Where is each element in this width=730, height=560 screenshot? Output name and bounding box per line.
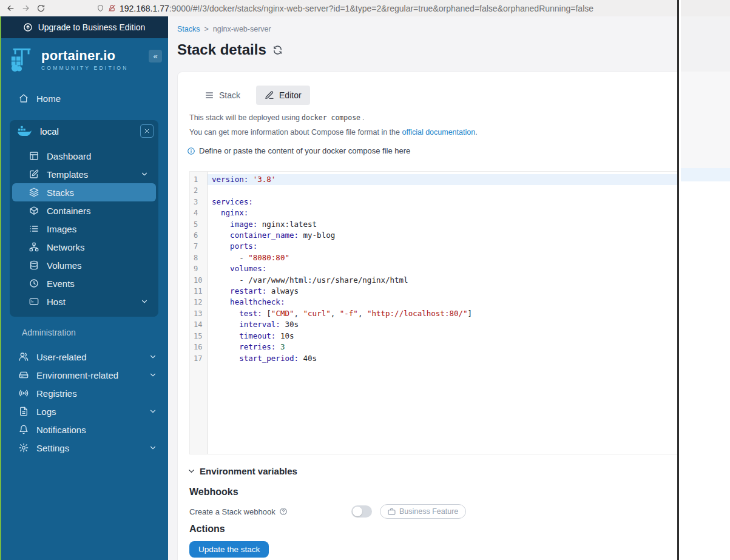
refresh-icon[interactable]	[272, 45, 283, 55]
chevron-down-icon[interactable]	[140, 297, 149, 306]
code-line[interactable]: volumes:	[208, 263, 677, 274]
sidebar-item-containers[interactable]: Containers	[12, 201, 156, 220]
shield-icon[interactable]	[96, 4, 104, 12]
tab-stack[interactable]: Stack	[196, 86, 249, 105]
forward-button[interactable]	[21, 4, 30, 13]
chevron-down-icon	[187, 467, 196, 476]
editor-code[interactable]: version: '3.8' services: nginx: image: n…	[208, 172, 677, 454]
deploy-text: This stack will be deployed usingdocker …	[189, 113, 364, 122]
code-line[interactable]	[208, 185, 677, 196]
chevron-down-icon[interactable]	[149, 371, 157, 379]
sidebar-item-notifications[interactable]: Notifications	[0, 420, 168, 439]
sidebar-item-label: Stacks	[47, 187, 149, 198]
tab-editor[interactable]: Editor	[256, 86, 310, 105]
chevron-down-icon[interactable]	[140, 170, 149, 178]
sidebar-item-logs[interactable]: Logs	[0, 402, 168, 420]
update-stack-button[interactable]: Update the stack	[189, 541, 269, 558]
environment-header[interactable]: local	[10, 120, 158, 142]
chevron-down-icon[interactable]	[149, 444, 157, 452]
official-documentation-link[interactable]: official documentation	[402, 128, 475, 137]
sidebar-item-home[interactable]: Home	[0, 89, 168, 107]
code-line[interactable]: image: nginx:latest	[208, 219, 677, 230]
gear-icon	[19, 443, 29, 453]
code-line[interactable]: retries: 3	[208, 342, 677, 353]
sidebar-item-images[interactable]: Images	[12, 220, 156, 238]
upgrade-banner[interactable]: Upgrade to Business Edition	[0, 16, 168, 38]
sidebar-item-environment-related[interactable]: Environment-related	[0, 366, 168, 384]
sidebar-item-networks[interactable]: Networks	[12, 238, 156, 256]
code-line[interactable]: version: '3.8'	[208, 174, 677, 185]
code-line[interactable]: container_name: my-blog	[208, 230, 677, 241]
briefcase-icon	[388, 508, 396, 516]
environment-variables-toggle[interactable]: Environment variables	[187, 466, 297, 476]
breadcrumb-stacks-link[interactable]: Stacks	[177, 25, 200, 33]
broadcast-icon	[19, 388, 29, 398]
sidebar-item-label: Host	[47, 297, 132, 307]
sidebar-item-label: User-related	[36, 352, 141, 362]
layers-icon	[29, 187, 39, 197]
code-line[interactable]: test: ["CMD", "curl", "-f", "http://loca…	[208, 308, 677, 319]
url-text[interactable]: 192.168.1.77:9000/#!/3/docker/stacks/ngi…	[120, 4, 593, 13]
dashboard-icon	[29, 151, 39, 161]
breadcrumb-separator: >	[204, 25, 209, 33]
code-line[interactable]: - /var/www/html:/usr/share/nginx/html	[208, 275, 677, 286]
page-title: Stack details	[177, 41, 266, 58]
business-feature-badge: Business Feature	[380, 504, 466, 519]
code-line[interactable]: healthcheck:	[208, 297, 677, 308]
editor-hint: Define or paste the content of your dock…	[187, 146, 410, 155]
sidebar-item-user-related[interactable]: User-related	[0, 348, 168, 366]
webhook-toggle[interactable]	[351, 505, 372, 518]
pencil-icon	[265, 90, 274, 100]
database-icon	[29, 260, 39, 270]
sidebar-item-label: Settings	[36, 443, 141, 453]
sidebar-item-host[interactable]: Host	[12, 292, 156, 311]
sidebar-item-volumes[interactable]: Volumes	[12, 256, 156, 274]
reload-button[interactable]	[36, 4, 46, 13]
users-icon	[19, 352, 29, 362]
line-number: 11	[194, 286, 207, 297]
sidebar-item-label: Events	[47, 278, 149, 289]
sidebar-item-label: Images	[47, 224, 149, 234]
sidebar-edge-accent	[0, 16, 1, 560]
code-line[interactable]: interval: 30s	[208, 319, 677, 330]
sidebar-item-label: Volumes	[47, 260, 149, 271]
line-number: 4	[194, 207, 207, 218]
chevron-down-icon[interactable]	[149, 407, 157, 416]
browser-window: 192.168.1.77:9000/#!/3/docker/stacks/ngi…	[0, 0, 679, 560]
compose-code-editor[interactable]: 1234567891011121314151617 version: '3.8'…	[189, 171, 677, 454]
sidebar-item-stacks[interactable]: Stacks	[12, 183, 156, 201]
edit-icon	[29, 169, 39, 179]
sidebar-item-label: Home	[36, 93, 157, 104]
line-number: 5	[194, 219, 207, 230]
address-bar[interactable]: 192.168.1.77:9000/#!/3/docker/stacks/ngi…	[96, 4, 593, 13]
line-number: 1	[194, 174, 207, 185]
background-area	[681, 0, 730, 560]
code-line[interactable]: - "8080:80"	[208, 252, 677, 263]
sidebar-collapse-button[interactable]: «	[149, 50, 162, 62]
sidebar-item-label: Networks	[47, 242, 149, 252]
sidebar-item-registries[interactable]: Registries	[0, 384, 168, 402]
code-line[interactable]: restart: always	[208, 286, 677, 297]
file-text-icon	[19, 407, 29, 416]
sidebar-item-label: Environment-related	[36, 370, 141, 380]
chevron-down-icon[interactable]	[149, 353, 157, 361]
environment-close-button[interactable]	[140, 124, 154, 138]
sidebar-item-templates[interactable]: Templates	[12, 165, 156, 183]
code-line[interactable]: timeout: 10s	[208, 331, 677, 342]
back-button[interactable]	[6, 4, 15, 13]
sidebar-item-settings[interactable]: Settings	[0, 439, 168, 457]
sidebar-item-events[interactable]: Events	[12, 274, 156, 292]
question-icon[interactable]	[279, 507, 288, 516]
code-line[interactable]: nginx:	[208, 207, 677, 218]
line-number: 17	[194, 353, 207, 364]
lock-slash-icon[interactable]	[108, 4, 116, 12]
code-line[interactable]: services:	[208, 197, 677, 207]
logo-title: portainer.io	[41, 48, 129, 64]
hard-drive-icon	[19, 370, 29, 380]
line-number: 3	[194, 197, 207, 207]
sidebar-item-dashboard[interactable]: Dashboard	[12, 147, 156, 165]
logo: portainer.io COMMUNITY EDITION	[10, 46, 129, 73]
browser-toolbar: 192.168.1.77:9000/#!/3/docker/stacks/ngi…	[0, 0, 677, 16]
code-line[interactable]: start_period: 40s	[208, 353, 677, 364]
code-line[interactable]: ports:	[208, 241, 677, 252]
